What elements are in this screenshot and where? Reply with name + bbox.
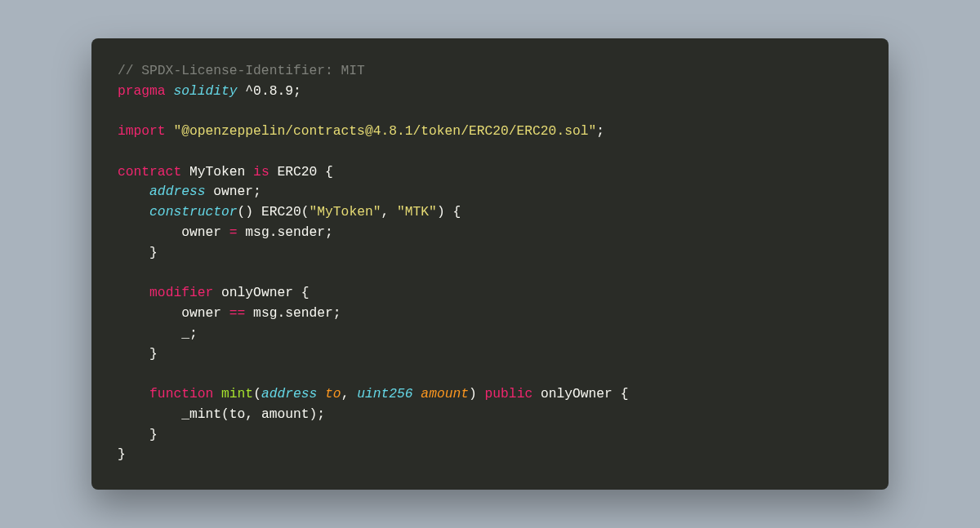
kw-contract: contract — [118, 164, 181, 180]
contract-name: MyToken — [181, 164, 253, 180]
indent — [118, 285, 149, 300]
op-assign: = — [229, 224, 238, 240]
var-decl: owner; — [206, 184, 261, 199]
indent — [118, 406, 181, 422]
modifier-name: onlyOwner { — [213, 285, 309, 300]
indent — [118, 204, 149, 220]
close-brace: } — [118, 346, 158, 362]
comma: , — [381, 204, 397, 220]
fn-rest: onlyOwner { — [532, 386, 628, 402]
str-symbol: "MTK" — [397, 204, 437, 220]
semi: ; — [596, 123, 604, 139]
close-brace: } — [118, 245, 158, 260]
str-token: "MyToken" — [310, 204, 381, 220]
call-mint: _mint — [181, 406, 221, 422]
kw-modifier: modifier — [149, 285, 213, 300]
type-address: address — [149, 184, 205, 199]
kw-pragma: pragma — [118, 83, 166, 99]
kw-constructor: constructor — [149, 204, 237, 220]
space — [213, 386, 221, 402]
erc20-call: ERC20 — [261, 204, 301, 220]
kw-import: import — [118, 123, 166, 139]
close-brace: ) { — [437, 204, 461, 220]
extends: ERC20 { — [270, 164, 333, 180]
assign-right: msg.sender; — [238, 224, 333, 240]
fn-name: mint — [221, 386, 253, 402]
comma: , — [341, 386, 358, 402]
kw-public: public — [485, 386, 533, 402]
assign-left: owner — [118, 224, 229, 240]
indent — [118, 184, 149, 199]
close-brace: } — [118, 427, 158, 442]
code-block: // SPDX-License-Identifier: MIT pragma s… — [118, 61, 862, 465]
cmp-right: msg.sender; — [245, 305, 341, 321]
call-args: (to, amount); — [221, 406, 325, 422]
kw-is: is — [253, 164, 270, 180]
close-brace: } — [118, 446, 126, 462]
comment-line: // SPDX-License-Identifier: MIT — [118, 63, 365, 78]
cmp-left: owner — [118, 305, 229, 321]
param-amount: amount — [413, 386, 469, 402]
type-uint: uint256 — [357, 386, 412, 402]
placeholder: _; — [118, 326, 198, 341]
indent — [118, 386, 149, 402]
open: ( — [253, 386, 261, 402]
parens: () — [238, 204, 261, 220]
import-path: "@openzeppelin/contracts@4.8.1/token/ERC… — [173, 123, 596, 139]
kw-function: function — [149, 386, 213, 402]
open: ( — [301, 204, 310, 220]
code-card: // SPDX-License-Identifier: MIT pragma s… — [91, 38, 889, 490]
kw-solidity: solidity — [173, 83, 237, 99]
version-text: ^0.8.9; — [238, 83, 301, 99]
param-to: to — [317, 386, 341, 402]
type-address: address — [261, 386, 317, 402]
close: ) — [469, 386, 485, 402]
op-eq: == — [229, 305, 246, 321]
